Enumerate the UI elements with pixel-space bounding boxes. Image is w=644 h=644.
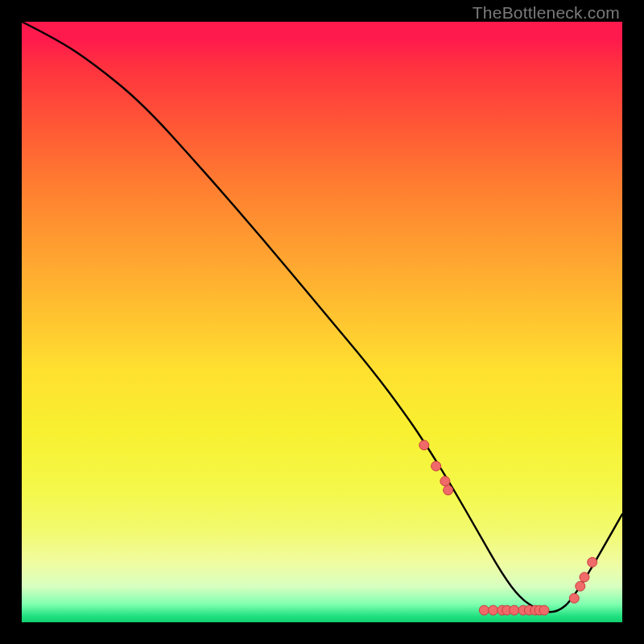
curve-marker (444, 485, 453, 495)
plot-area (22, 22, 622, 622)
curve-marker (479, 605, 489, 615)
curve-marker (497, 605, 507, 615)
curve-marker (524, 605, 534, 615)
curve-marker (576, 581, 585, 591)
curve-marker (580, 572, 589, 582)
curve-marker (569, 593, 579, 603)
curve-marker (489, 605, 498, 615)
curve-marker (419, 440, 429, 450)
curve-marker (588, 557, 597, 567)
curve-marker (535, 605, 544, 615)
curve-marker (530, 605, 540, 615)
curve-marker (518, 605, 528, 615)
curve-marker (510, 605, 519, 615)
curve-marker (539, 605, 549, 615)
bottleneck-curve (22, 22, 622, 612)
curve-marker (431, 461, 441, 471)
attribution-text: TheBottleneck.com (473, 3, 620, 23)
curve-markers (419, 440, 597, 615)
curve-marker (502, 605, 512, 615)
chart-stage: TheBottleneck.com (0, 0, 644, 644)
curve-marker (440, 477, 450, 486)
curve-layer (22, 22, 622, 622)
